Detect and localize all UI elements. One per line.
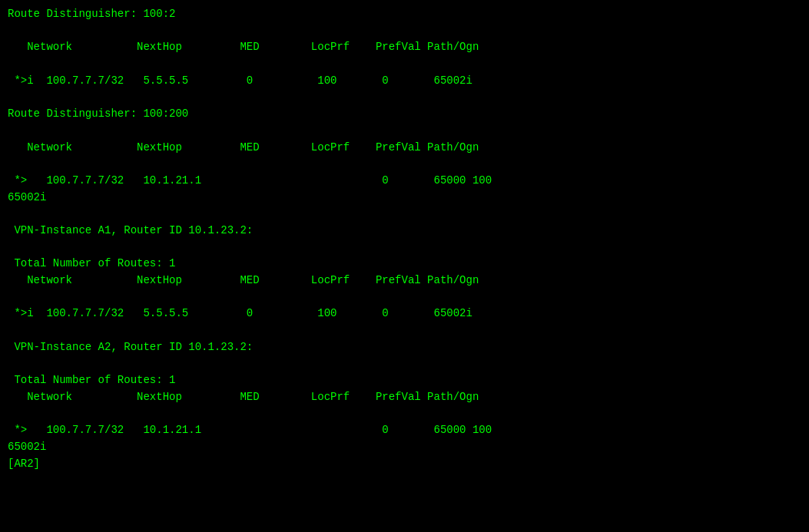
terminal-line-15 [8,240,801,256]
terminal-line-16: Total Number of Routes: 1 [8,256,801,273]
terminal-line-10 [8,156,801,173]
terminal-line-2 [8,23,801,40]
terminal-line-8 [8,123,801,140]
terminal-line-11: *> 100.7.7.7/32 10.1.21.1 0 65000 100 [8,173,801,190]
terminal-line-3: Network NextHop MED LocPrf PrefVal Path/… [8,39,801,56]
terminal-line-23: Total Number of Routes: 1 [8,372,801,389]
terminal-line-6 [8,89,801,106]
terminal-line-24: Network NextHop MED LocPrf PrefVal Path/… [8,389,801,406]
terminal-line-27: 65002i [8,439,801,456]
terminal-line-26: *> 100.7.7.7/32 10.1.21.1 0 65000 100 [8,422,801,439]
terminal-line-28: [AR2] [8,456,801,473]
terminal-line-12: 65002i [8,190,801,207]
terminal-line-9: Network NextHop MED LocPrf PrefVal Path/… [8,140,801,157]
terminal-line-19: *>i 100.7.7.7/32 5.5.5.5 0 100 0 65002i [8,306,801,322]
terminal-line-22 [8,355,801,372]
terminal-line-13 [8,206,801,223]
terminal-line-4 [8,56,801,73]
terminal-line-18 [8,289,801,306]
terminal-line-25 [8,406,801,423]
terminal-line-17: Network NextHop MED LocPrf PrefVal Path/… [8,273,801,289]
terminal-line-7: Route Distinguisher: 100:200 [8,106,801,123]
terminal-line-20 [8,322,801,339]
terminal-window: Route Distinguisher: 100:2 Network NextH… [0,0,809,532]
terminal-line-14: VPN-Instance A1, Router ID 10.1.23.2: [8,223,801,240]
terminal-line-21: VPN-Instance A2, Router ID 10.1.23.2: [8,339,801,356]
terminal-line-5: *>i 100.7.7.7/32 5.5.5.5 0 100 0 65002i [8,73,801,90]
terminal-line-1: Route Distinguisher: 100:2 [8,6,801,23]
